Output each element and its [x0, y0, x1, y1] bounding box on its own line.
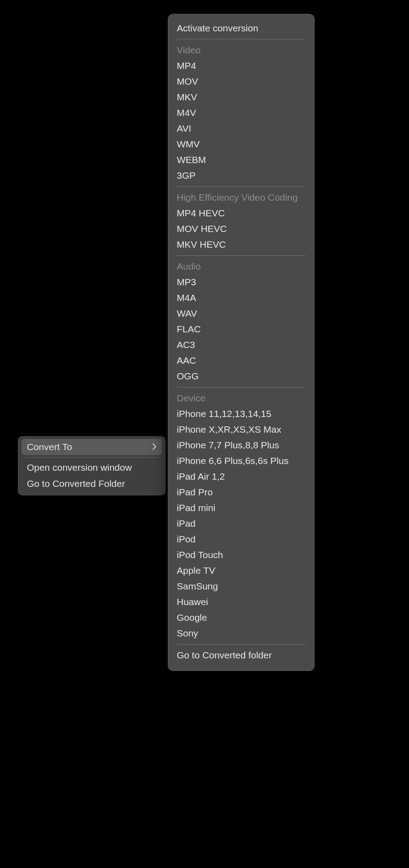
submenu-item-ipad[interactable]: iPad	[177, 516, 306, 531]
menu-separator	[177, 387, 306, 387]
submenu-item-flac[interactable]: FLAC	[177, 321, 306, 337]
submenu-item-apple-tv[interactable]: Apple TV	[177, 563, 306, 578]
submenu-item-huawei[interactable]: Huawei	[177, 594, 306, 610]
chevron-right-icon	[152, 443, 157, 451]
submenu-item-mkv-hevc[interactable]: MKV HEVC	[177, 236, 306, 252]
submenu-item-mp4-hevc[interactable]: MP4 HEVC	[177, 205, 306, 221]
submenu-item-wav[interactable]: WAV	[177, 305, 306, 321]
submenu-item-go-to-converted-folder[interactable]: Go to Converted folder	[177, 647, 306, 663]
submenu-item-ipad-air[interactable]: iPad Air 1,2	[177, 468, 306, 484]
section-title-video: Video	[177, 42, 306, 58]
submenu-item-iphone-6[interactable]: iPhone 6,6 Plus,6s,6s Plus	[177, 453, 306, 468]
submenu-item-ipod[interactable]: iPod	[177, 531, 306, 547]
submenu-item-mp3[interactable]: MP3	[177, 274, 306, 290]
submenu-item-samsung[interactable]: SamSung	[177, 578, 306, 594]
submenu-item-activate-conversion[interactable]: Activate conversion	[177, 20, 306, 36]
menu-separator	[177, 255, 306, 256]
submenu-item-ipad-pro[interactable]: iPad Pro	[177, 484, 306, 500]
submenu-item-mov[interactable]: MOV	[177, 73, 306, 89]
submenu-item-ipod-touch[interactable]: iPod Touch	[177, 547, 306, 563]
submenu-item-google[interactable]: Google	[177, 610, 306, 625]
menu-item-open-conversion-window[interactable]: Open conversion window	[21, 460, 162, 476]
convert-to-submenu: Activate conversion Video MP4 MOV MKV M4…	[168, 14, 315, 671]
submenu-item-avi[interactable]: AVI	[177, 120, 306, 136]
menu-item-label: Convert To	[27, 439, 72, 455]
submenu-item-mkv[interactable]: MKV	[177, 89, 306, 105]
submenu-item-webm[interactable]: WEBM	[177, 152, 306, 168]
context-menu: Convert To Open conversion window Go to …	[18, 436, 166, 495]
section-title-device: Device	[177, 390, 306, 406]
submenu-item-wmv[interactable]: WMV	[177, 136, 306, 152]
menu-separator	[177, 644, 306, 645]
submenu-item-sony[interactable]: Sony	[177, 625, 306, 641]
menu-item-convert-to[interactable]: Convert To	[21, 439, 162, 455]
menu-separator	[177, 186, 306, 187]
submenu-item-mp4[interactable]: MP4	[177, 58, 306, 73]
menu-separator	[23, 457, 160, 458]
submenu-item-iphone-7-8[interactable]: iPhone 7,7 Plus,8,8 Plus	[177, 437, 306, 453]
menu-item-label: Go to Converted Folder	[27, 476, 125, 492]
submenu-item-ipad-mini[interactable]: iPad mini	[177, 500, 306, 516]
submenu-item-iphone-11-15[interactable]: iPhone 11,12,13,14,15	[177, 406, 306, 421]
submenu-item-3gp[interactable]: 3GP	[177, 168, 306, 183]
submenu-item-aac[interactable]: AAC	[177, 352, 306, 368]
menu-separator	[177, 39, 306, 39]
submenu-item-ogg[interactable]: OGG	[177, 368, 306, 384]
section-title-audio: Audio	[177, 258, 306, 274]
section-title-hevc: High Efficiency Video Coding	[177, 189, 306, 205]
submenu-item-m4v[interactable]: M4V	[177, 105, 306, 120]
submenu-item-mov-hevc[interactable]: MOV HEVC	[177, 221, 306, 236]
menu-item-go-to-converted-folder[interactable]: Go to Converted Folder	[21, 476, 162, 492]
submenu-item-iphone-x-series[interactable]: iPhone X,XR,XS,XS Max	[177, 421, 306, 437]
submenu-item-ac3[interactable]: AC3	[177, 337, 306, 352]
submenu-item-m4a[interactable]: M4A	[177, 290, 306, 305]
menu-item-label: Open conversion window	[27, 460, 132, 476]
